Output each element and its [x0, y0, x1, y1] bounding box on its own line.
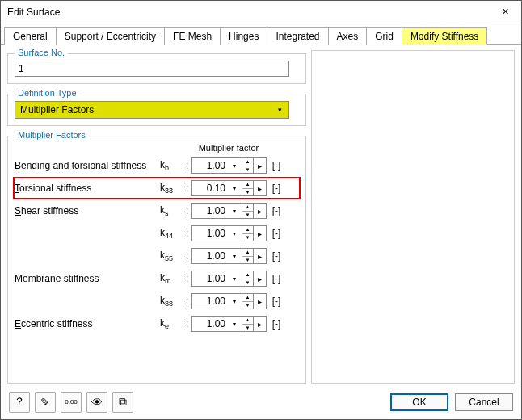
tab-grid[interactable]: Grid — [366, 27, 402, 45]
left-pane: Surface No. Definition Type Multiplier F… — [7, 50, 306, 384]
spinner-up-icon[interactable]: ▲ — [242, 226, 253, 234]
tab-hinges[interactable]: Hinges — [220, 27, 267, 45]
cancel-button[interactable]: Cancel — [455, 393, 513, 411]
factor-unit: [-] — [267, 296, 283, 307]
factor-value-input[interactable]: 1.00▾ — [191, 158, 242, 174]
factor-unit: [-] — [267, 183, 283, 194]
spinner-down-icon[interactable]: ▼ — [242, 325, 253, 332]
eye-icon[interactable]: 👁 — [86, 392, 107, 413]
tab-modify-stiffness[interactable]: Modify Stiffness — [402, 27, 487, 45]
chevron-down-icon: ▾ — [272, 103, 287, 117]
factor-symbol: km — [160, 272, 186, 285]
factor-value-group: 1.00▾▲▼▸ — [191, 293, 267, 309]
chevron-down-icon: ▾ — [229, 253, 240, 260]
close-icon[interactable]: ✕ — [489, 1, 521, 23]
factor-spinner[interactable]: ▲▼ — [242, 248, 254, 264]
spinner-up-icon[interactable]: ▲ — [242, 317, 253, 325]
chevron-down-icon: ▾ — [229, 208, 240, 215]
definition-type-dropdown[interactable]: Multiplier Factors ▾ — [15, 101, 289, 119]
dialog-footer: ？ ✎ 0.00 👁 ⧉ OK Cancel — [1, 384, 521, 419]
factor-unit: [-] — [267, 160, 283, 171]
factor-value-group: 1.00▾▲▼▸ — [191, 248, 267, 264]
spinner-up-icon[interactable]: ▲ — [242, 204, 253, 212]
expand-button[interactable]: ▸ — [254, 271, 267, 287]
chevron-down-icon: ▾ — [229, 275, 240, 283]
factor-spinner[interactable]: ▲▼ — [242, 203, 254, 219]
factor-label: Torsional stiffness — [15, 183, 160, 194]
tab-support-eccentricity[interactable]: Support / Eccentricity — [56, 27, 165, 45]
ok-button[interactable]: OK — [390, 393, 448, 411]
help-icon[interactable]: ？ — [9, 392, 30, 413]
factor-unit: [-] — [267, 205, 283, 216]
spinner-up-icon[interactable]: ▲ — [242, 294, 253, 302]
factor-row: Eccentric stiffnesske:1.00▾▲▼▸[-] — [15, 314, 299, 334]
factor-value-input[interactable]: 1.00▾ — [191, 203, 242, 219]
spinner-down-icon[interactable]: ▼ — [242, 302, 253, 309]
factor-value-group: 1.00▾▲▼▸ — [191, 225, 267, 242]
expand-button[interactable]: ▸ — [254, 225, 267, 242]
spinner-down-icon[interactable]: ▼ — [242, 279, 253, 287]
factor-symbol: ke — [160, 317, 186, 330]
footer-icon-group: ？ ✎ 0.00 👁 ⧉ — [9, 392, 133, 413]
edit-icon[interactable]: ✎ — [35, 392, 56, 413]
factor-row: Bending and torsional stiffnesskb:1.00▾▲… — [15, 156, 299, 175]
factor-label: Bending and torsional stiffness — [15, 160, 160, 171]
factor-spinner[interactable]: ▲▼ — [242, 271, 254, 287]
definition-type-value: Multiplier Factors — [20, 104, 94, 116]
factor-spinner[interactable]: ▲▼ — [242, 180, 254, 196]
factor-value-group: 1.00▾▲▼▸ — [191, 316, 267, 332]
factor-symbol: kb — [160, 159, 186, 172]
factor-row: Shear stiffnessks:1.00▾▲▼▸[-] — [15, 201, 299, 220]
spinner-up-icon[interactable]: ▲ — [242, 181, 253, 189]
expand-button[interactable]: ▸ — [254, 180, 267, 196]
edit-surface-dialog: Edit Surface ✕ GeneralSupport / Eccentri… — [0, 0, 522, 420]
spinner-up-icon[interactable]: ▲ — [242, 249, 253, 257]
tab-integrated[interactable]: Integrated — [267, 27, 328, 45]
factor-row: Membrane stiffnesskm:1.00▾▲▼▸[-] — [15, 269, 299, 288]
units-icon[interactable]: 0.00 — [61, 392, 82, 413]
factor-value-input[interactable]: 1.00▾ — [191, 316, 242, 332]
spinner-down-icon[interactable]: ▼ — [242, 189, 253, 196]
factor-symbol: k44 — [160, 227, 186, 240]
spinner-up-icon[interactable]: ▲ — [242, 271, 253, 279]
expand-button[interactable]: ▸ — [254, 293, 267, 309]
tab-fe-mesh[interactable]: FE Mesh — [164, 27, 221, 45]
group-multiplier-factors: Multiplier Factors Multiplier factor Ben… — [7, 136, 306, 384]
group-definition-type: Definition Type Multiplier Factors ▾ — [7, 94, 306, 126]
factor-value-group: 0.10▾▲▼▸ — [191, 180, 267, 196]
factor-spinner[interactable]: ▲▼ — [242, 158, 254, 174]
window-title: Edit Surface — [7, 6, 60, 18]
tab-axes[interactable]: Axes — [328, 27, 368, 45]
spinner-down-icon[interactable]: ▼ — [242, 257, 253, 264]
expand-button[interactable]: ▸ — [254, 248, 267, 264]
factor-row: k88:1.00▾▲▼▸[-] — [15, 292, 299, 311]
spinner-down-icon[interactable]: ▼ — [242, 166, 253, 174]
tab-general[interactable]: General — [4, 27, 57, 45]
expand-button[interactable]: ▸ — [254, 316, 267, 332]
factor-symbol: k88 — [160, 295, 186, 308]
spinner-down-icon[interactable]: ▼ — [242, 212, 253, 219]
multiplier-factors-table: Multiplier factor Bending and torsional … — [15, 143, 299, 337]
factor-spinner[interactable]: ▲▼ — [242, 293, 254, 309]
group-title-multiplier-factors: Multiplier Factors — [15, 130, 89, 140]
factor-value-input[interactable]: 1.00▾ — [191, 225, 242, 242]
factor-unit: [-] — [267, 318, 283, 330]
expand-button[interactable]: ▸ — [254, 203, 267, 219]
factor-unit: [-] — [267, 228, 283, 239]
factor-value-input[interactable]: 1.00▾ — [191, 271, 242, 287]
factor-value-input[interactable]: 0.10▾ — [191, 180, 242, 196]
spinner-up-icon[interactable]: ▲ — [242, 158, 253, 166]
factor-spinner[interactable]: ▲▼ — [242, 316, 254, 332]
chevron-down-icon: ▾ — [229, 321, 240, 328]
spinner-down-icon[interactable]: ▼ — [242, 234, 253, 242]
content-area: Surface No. Definition Type Multiplier F… — [1, 45, 521, 384]
surface-no-input[interactable] — [15, 61, 289, 77]
expand-button[interactable]: ▸ — [254, 158, 267, 174]
factor-spinner[interactable]: ▲▼ — [242, 225, 254, 242]
chevron-down-icon: ▾ — [229, 162, 240, 170]
export-icon[interactable]: ⧉ — [112, 392, 133, 413]
factor-symbol: k33 — [160, 182, 186, 195]
factor-value-group: 1.00▾▲▼▸ — [191, 158, 267, 174]
factor-value-input[interactable]: 1.00▾ — [191, 248, 242, 264]
factor-value-input[interactable]: 1.00▾ — [191, 293, 242, 309]
